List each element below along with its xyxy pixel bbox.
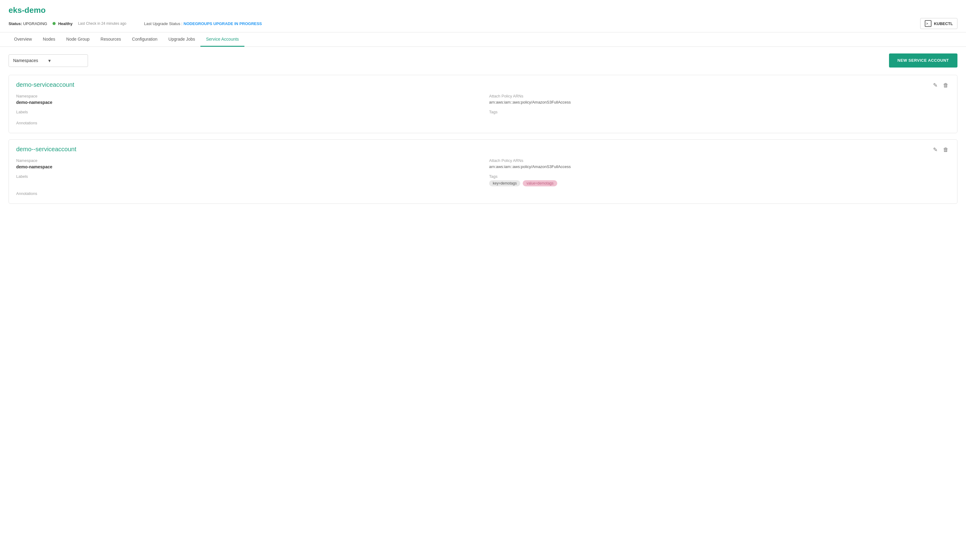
service-account-details: Namespace demo-namespace Attach Policy A… bbox=[16, 158, 950, 197]
health-dot-icon bbox=[53, 22, 56, 25]
tab-configuration[interactable]: Configuration bbox=[127, 32, 163, 47]
service-account-name: demo-serviceaccount bbox=[16, 81, 950, 88]
attach-policy-field: Attach Policy ARNs arn:aws:iam::aws:poli… bbox=[489, 158, 950, 169]
new-service-account-button[interactable]: NEW SERVICE ACCOUNT bbox=[889, 53, 958, 67]
service-accounts-list: ✎ 🗑 demo-serviceaccount Namespace demo-n… bbox=[8, 75, 958, 204]
card-actions: ✎ 🗑 bbox=[932, 80, 950, 90]
last-check: Last Check in 24 minutes ago bbox=[78, 21, 126, 26]
status-bar: Status: UPGRADING Healthy Last Check in … bbox=[8, 18, 958, 29]
upgrade-status: Last Upgrade Status : NODEGROUPS UPGRADE… bbox=[144, 21, 262, 26]
tag-key-badge: key=demotags bbox=[489, 180, 520, 186]
toolbar: Namespaces ▾ NEW SERVICE ACCOUNT bbox=[8, 53, 958, 67]
tags-container: key=demotags value=demotags bbox=[489, 180, 950, 186]
service-account-card: ✎ 🗑 demo-serviceaccount Namespace demo-n… bbox=[8, 75, 958, 133]
namespace-field: Namespace demo-namespace bbox=[16, 158, 477, 169]
kubectl-button[interactable]: >_ KUBECTL bbox=[920, 18, 958, 29]
namespace-field: Namespace demo-namespace bbox=[16, 94, 477, 105]
delete-button[interactable]: 🗑 bbox=[942, 145, 950, 154]
main-content: Namespaces ▾ NEW SERVICE ACCOUNT ✎ 🗑 dem… bbox=[0, 47, 966, 217]
status-label: Status: UPGRADING bbox=[8, 21, 47, 26]
tab-nodes[interactable]: Nodes bbox=[37, 32, 61, 47]
tab-service-accounts[interactable]: Service Accounts bbox=[200, 32, 244, 47]
annotations-field: Annotations bbox=[16, 191, 477, 197]
tab-overview[interactable]: Overview bbox=[8, 32, 37, 47]
tag-value-badge: value=demotags bbox=[523, 180, 557, 186]
attach-policy-field: Attach Policy ARNs arn:aws:iam::aws:poli… bbox=[489, 94, 950, 105]
tab-resources[interactable]: Resources bbox=[95, 32, 127, 47]
app-title: eks-demo bbox=[8, 5, 958, 15]
header: eks-demo Status: UPGRADING Healthy Last … bbox=[0, 0, 966, 32]
service-account-name: demo--serviceaccount bbox=[16, 146, 950, 153]
tags-field: Tags bbox=[489, 110, 950, 116]
chevron-down-icon: ▾ bbox=[48, 58, 84, 64]
namespace-dropdown[interactable]: Namespaces ▾ bbox=[8, 54, 88, 67]
tab-node-group[interactable]: Node Group bbox=[61, 32, 95, 47]
tags-field: Tags key=demotags value=demotags bbox=[489, 174, 950, 186]
service-account-details: Namespace demo-namespace Attach Policy A… bbox=[16, 94, 950, 127]
delete-button[interactable]: 🗑 bbox=[942, 80, 950, 90]
tab-upgrade-jobs[interactable]: Upgrade Jobs bbox=[163, 32, 200, 47]
edit-button[interactable]: ✎ bbox=[932, 145, 939, 154]
health-indicator: Healthy bbox=[53, 21, 72, 26]
nav-tabs: Overview Nodes Node Group Resources Conf… bbox=[0, 32, 966, 47]
kubectl-icon: >_ bbox=[925, 20, 932, 27]
service-account-card: ✎ 🗑 demo--serviceaccount Namespace demo-… bbox=[8, 139, 958, 204]
labels-field: Labels bbox=[16, 110, 477, 116]
edit-button[interactable]: ✎ bbox=[932, 80, 939, 90]
annotations-field: Annotations bbox=[16, 121, 477, 127]
card-actions: ✎ 🗑 bbox=[932, 145, 950, 154]
labels-field: Labels bbox=[16, 174, 477, 186]
